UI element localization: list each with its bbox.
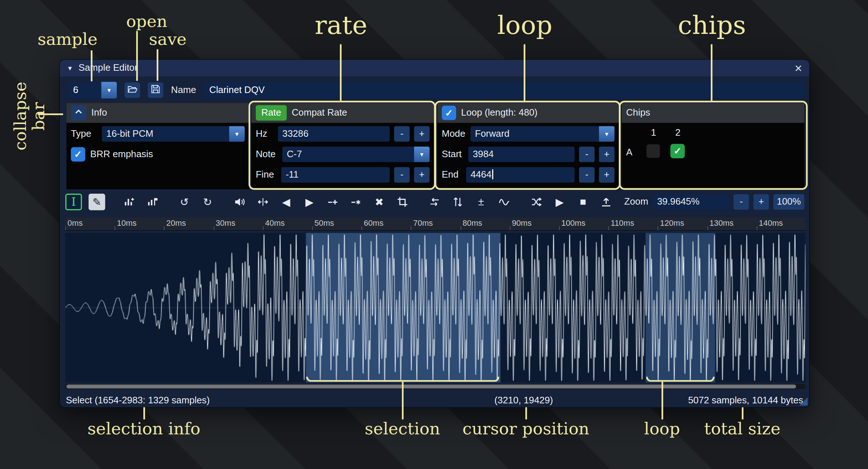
crossfade-loop-icon bbox=[531, 197, 542, 208]
stop-icon: ■ bbox=[580, 196, 586, 208]
annotation-line-loop-bottom bbox=[661, 382, 663, 419]
annotation-cursor-position: cursor position bbox=[448, 419, 603, 438]
collapse-triangle-icon[interactable]: ▼ bbox=[67, 65, 73, 71]
redo-icon: ↻ bbox=[203, 195, 212, 208]
preview-button[interactable]: ▶ bbox=[551, 194, 568, 210]
amplify-icon bbox=[234, 197, 245, 208]
resample-button[interactable] bbox=[144, 194, 161, 210]
resize-button[interactable] bbox=[121, 194, 138, 210]
annotation-line-collapse-bar bbox=[38, 113, 63, 115]
annotation-chips: chips bbox=[656, 11, 767, 39]
annotation-bracket-selection bbox=[306, 377, 499, 382]
window-titlebar[interactable]: ▼ Sample Editor × bbox=[60, 60, 809, 77]
collapse-bar-button[interactable] bbox=[71, 105, 86, 120]
brr-emphasis-checkbox[interactable]: ✓ bbox=[71, 147, 85, 162]
type-dropdown[interactable]: 16-bit PCM ▼ bbox=[102, 126, 244, 142]
annotation-line-selection bbox=[402, 382, 404, 419]
status-bar: Select (1654-2983: 1329 samples) (3210, … bbox=[60, 392, 809, 408]
filter-icon bbox=[499, 197, 510, 208]
undo-button[interactable]: ↺ bbox=[176, 194, 193, 210]
sample-number-input[interactable]: 6 bbox=[68, 82, 101, 99]
sample-toolbar: I✎↺↻◀▶✖±▶■ Zoom 39.9645% - + 100% bbox=[65, 194, 804, 210]
annotation-line-sample bbox=[91, 50, 93, 81]
waveform-canvas[interactable] bbox=[65, 233, 806, 383]
crossfade-loop-button[interactable] bbox=[528, 194, 545, 210]
insert-silence-icon bbox=[327, 197, 338, 208]
resample-icon bbox=[147, 197, 158, 208]
close-icon[interactable]: × bbox=[795, 62, 802, 74]
zoom-input[interactable]: 39.9645% bbox=[653, 194, 729, 210]
resize-icon bbox=[123, 197, 134, 208]
annotation-line-selection-info bbox=[143, 407, 145, 419]
zoom-reset-button[interactable]: 100% bbox=[774, 194, 805, 210]
horizontal-scrollbar[interactable] bbox=[65, 384, 806, 389]
scrollbar-thumb[interactable] bbox=[66, 384, 796, 388]
annotation-box-loop bbox=[435, 101, 621, 190]
check-icon: ✓ bbox=[74, 148, 82, 160]
create-wavetable-button[interactable] bbox=[598, 194, 615, 210]
annotation-line-loop bbox=[524, 44, 525, 101]
annotation-sample: sample bbox=[29, 30, 106, 48]
zoom-in-button[interactable]: + bbox=[753, 194, 769, 210]
annotation-selection-info: selection info bbox=[77, 419, 210, 438]
annotation-rate: rate bbox=[286, 11, 396, 39]
fade-out-icon: ▶ bbox=[305, 195, 313, 208]
preview-icon: ▶ bbox=[556, 195, 564, 208]
sign-method-button[interactable]: ± bbox=[473, 194, 490, 210]
fade-out-button[interactable]: ▶ bbox=[301, 194, 318, 210]
annotation-line-chips bbox=[711, 44, 713, 101]
chevron-down-icon: ▼ bbox=[106, 87, 112, 93]
filter-button[interactable] bbox=[496, 194, 513, 210]
sign-method-icon: ± bbox=[478, 196, 484, 208]
total-size-text: 5072 samples, 10144 bytes bbox=[688, 395, 803, 406]
zoom-out-button[interactable]: - bbox=[733, 194, 749, 210]
info-panel: Info Type 16-bit PCM ▼ ✓ BRR emphasis bbox=[66, 103, 249, 189]
delete-button[interactable]: ✖ bbox=[371, 194, 388, 210]
annotation-selection: selection bbox=[347, 419, 458, 438]
info-panel-title: Info bbox=[91, 107, 107, 118]
trim-button[interactable] bbox=[394, 194, 411, 210]
annotation-box-rate bbox=[248, 101, 436, 190]
apply-silence-icon bbox=[350, 197, 361, 208]
annotation-save: save bbox=[137, 30, 198, 48]
edit-draw-button[interactable]: ✎ bbox=[89, 194, 105, 210]
zoom-label: Zoom bbox=[624, 197, 648, 208]
reverse-button[interactable] bbox=[426, 194, 443, 210]
selection-info-text: Select (1654-2983: 1329 samples) bbox=[66, 395, 210, 406]
annotation-line-save bbox=[157, 49, 158, 81]
create-wavetable-icon bbox=[601, 197, 612, 208]
fade-in-icon: ◀ bbox=[282, 195, 290, 208]
normalize-button[interactable] bbox=[255, 194, 271, 210]
annotation-bracket-loop bbox=[646, 377, 715, 382]
invert-button[interactable] bbox=[450, 194, 466, 210]
type-label: Type bbox=[71, 128, 102, 139]
redo-button[interactable]: ↻ bbox=[199, 194, 216, 210]
insert-silence-button[interactable] bbox=[324, 194, 341, 210]
annotation-line-rate bbox=[340, 44, 342, 101]
window-title: Sample Editor bbox=[78, 62, 138, 73]
normalize-icon bbox=[258, 197, 269, 208]
brr-emphasis-label: BRR emphasis bbox=[90, 149, 153, 160]
save-button[interactable] bbox=[148, 82, 163, 98]
waveform-area[interactable] bbox=[65, 233, 806, 383]
stop-button[interactable]: ■ bbox=[575, 194, 591, 210]
name-input[interactable]: Clarinet DQV bbox=[204, 82, 805, 99]
annotation-line-total-size bbox=[742, 407, 744, 419]
apply-silence-button[interactable] bbox=[348, 194, 364, 210]
invert-icon bbox=[452, 197, 463, 208]
amplify-button[interactable] bbox=[231, 194, 248, 210]
cursor-position-text: (3210, 19429) bbox=[441, 395, 607, 406]
type-value: 16-bit PCM bbox=[102, 126, 229, 142]
open-folder-icon bbox=[127, 84, 137, 97]
edit-select-button[interactable]: I bbox=[65, 194, 82, 210]
save-floppy-icon bbox=[151, 84, 161, 97]
name-label: Name bbox=[171, 82, 196, 99]
chevron-down-icon: ▼ bbox=[229, 126, 244, 142]
edit-select-icon: I bbox=[71, 195, 76, 209]
undo-icon: ↺ bbox=[180, 195, 189, 208]
sample-dropdown-button[interactable]: ▼ bbox=[101, 82, 117, 99]
chevron-up-icon bbox=[74, 106, 84, 119]
fade-in-button[interactable]: ◀ bbox=[278, 194, 295, 210]
open-button[interactable] bbox=[124, 82, 140, 98]
resize-grip[interactable] bbox=[799, 397, 808, 406]
